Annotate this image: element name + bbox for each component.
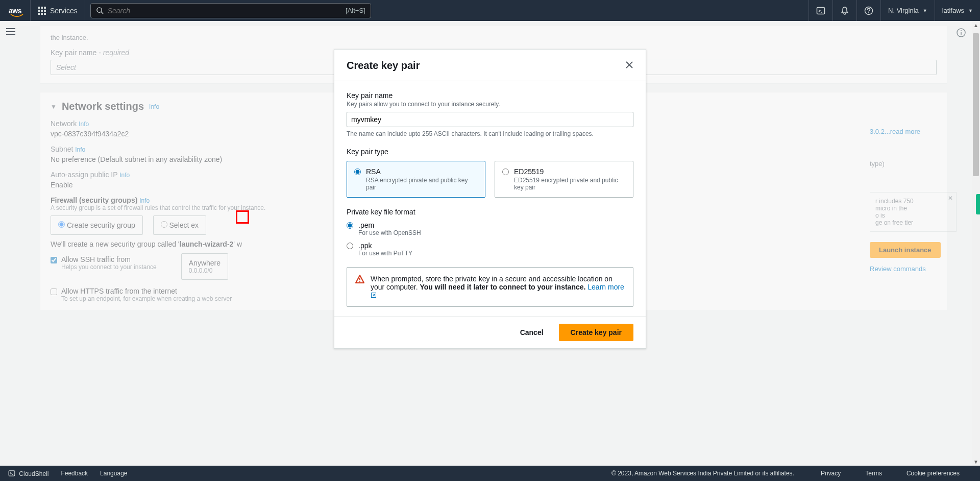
- key-format-label: Private key file format: [347, 208, 633, 216]
- footer: CloudShell Feedback Language © 2023, Ama…: [0, 466, 980, 481]
- keypair-name-help: The name can include upto 255 ASCII char…: [347, 130, 633, 137]
- feedback-link[interactable]: Feedback: [61, 470, 88, 477]
- region-selector[interactable]: N. Virginia▼: [880, 0, 935, 21]
- global-search[interactable]: [Alt+S]: [90, 3, 371, 18]
- svg-point-0: [97, 8, 102, 12]
- keypair-type-ed25519[interactable]: ED25519ED25519 encrypted private and pub…: [495, 161, 633, 198]
- keypair-name-input[interactable]: [347, 112, 633, 127]
- modal-title: Create key pair: [347, 60, 420, 71]
- help-icon[interactable]: [856, 0, 880, 21]
- annotation-red-box: [236, 210, 249, 224]
- warning-icon: [355, 275, 364, 284]
- services-label: Services: [50, 7, 78, 15]
- notifications-icon[interactable]: [832, 0, 856, 21]
- keypair-type-rsa[interactable]: RSARSA encrypted private and public key …: [347, 161, 485, 198]
- close-icon[interactable]: [625, 61, 633, 70]
- grid-icon: [38, 7, 46, 15]
- top-nav: aws Services [Alt+S] N. Virginia▼ latifa…: [0, 0, 980, 21]
- copyright: © 2023, Amazon Web Services India Privat…: [611, 470, 794, 477]
- create-keypair-button[interactable]: Create key pair: [559, 324, 633, 341]
- svg-point-15: [359, 281, 360, 282]
- svg-line-1: [101, 12, 103, 14]
- services-menu[interactable]: Services: [31, 0, 85, 21]
- modal-overlay: Create key pair Key pair name Key pairs …: [0, 21, 980, 466]
- search-input[interactable]: [108, 7, 341, 15]
- keypair-type-label: Key pair type: [347, 148, 633, 156]
- cloudshell-icon: [8, 470, 15, 477]
- keypair-name-desc: Key pairs allow you to connect to your i…: [347, 101, 633, 108]
- keypair-name-label: Key pair name: [347, 91, 633, 100]
- language-link[interactable]: Language: [100, 470, 127, 477]
- cookie-link[interactable]: Cookie preferences: [906, 470, 960, 477]
- account-menu[interactable]: latifaws▼: [935, 0, 980, 21]
- key-format-ppk[interactable]: .ppkFor use with PuTTY: [347, 242, 633, 257]
- cloudshell-link[interactable]: CloudShell: [8, 470, 48, 477]
- search-icon: [96, 7, 104, 14]
- private-key-warning: When prompted, store the private key in …: [347, 267, 633, 307]
- cloudshell-nav-icon[interactable]: [808, 0, 832, 21]
- external-link-icon: [371, 292, 377, 298]
- aws-logo[interactable]: aws: [0, 0, 31, 21]
- privacy-link[interactable]: Privacy: [821, 470, 841, 477]
- cancel-button[interactable]: Cancel: [514, 324, 550, 341]
- create-keypair-modal: Create key pair Key pair name Key pairs …: [334, 49, 646, 349]
- search-shortcut: [Alt+S]: [346, 7, 365, 14]
- key-format-pem[interactable]: .pemFor use with OpenSSH: [347, 221, 633, 236]
- svg-point-5: [868, 12, 869, 13]
- side-tab[interactable]: [976, 194, 980, 214]
- terms-link[interactable]: Terms: [865, 470, 882, 477]
